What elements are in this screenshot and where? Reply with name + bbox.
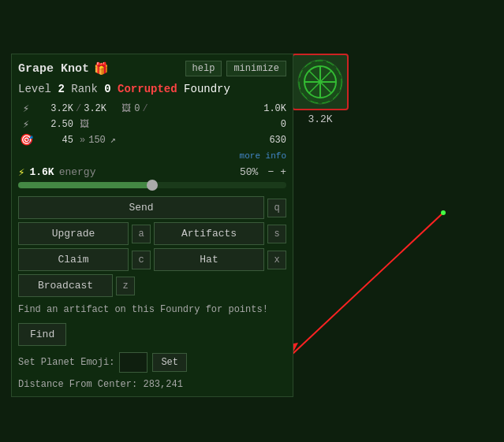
stat-row-1: ⚡ 3.2K / 3.2K 🖼 0 / 1.0K	[18, 102, 286, 115]
emoji-row: Set Planet Emoji: Set	[18, 352, 286, 373]
planet-svg	[297, 58, 344, 106]
level-rank-line: Level 2 Rank 0 Corrupted Foundry	[18, 83, 286, 95]
energy-row: ⚡ 1.6K energy 50% − +	[18, 165, 286, 179]
stat2-icon2: 🖼	[80, 118, 89, 130]
find-row: Find	[18, 323, 286, 346]
broadcast-row: Broadcast z	[18, 274, 286, 297]
artifacts-key: s	[267, 225, 286, 243]
bolt-icon-2: ⚡	[18, 117, 34, 131]
minimize-button[interactable]: minimize	[226, 61, 286, 76]
stat1-right-val: 0	[134, 103, 140, 114]
stat3-val: 45	[34, 135, 73, 146]
shield-icon: 🎯	[18, 133, 34, 147]
emoji-input[interactable]	[119, 352, 147, 373]
stat1-sep: /	[76, 103, 81, 114]
energy-plus-button[interactable]: +	[280, 166, 286, 178]
planet-label: 3.2K	[308, 113, 332, 125]
title-text: Grape Knot	[18, 62, 89, 76]
more-info-link[interactable]: more info	[18, 151, 286, 161]
stat1-right-sep: /	[142, 103, 147, 114]
corrupted-text: Corrupted	[111, 83, 177, 95]
rank-label: Rank	[65, 83, 104, 95]
panel-header: Grape Knot 🎁 help minimize	[18, 61, 286, 76]
energy-percent: 50%	[240, 166, 258, 178]
planet-container: 3.2K	[292, 54, 349, 125]
level-number: 2	[58, 83, 64, 95]
main-panel: Grape Knot 🎁 help minimize Level 2 Rank …	[11, 54, 293, 397]
stat3-arrow-icon: ↗	[110, 134, 116, 146]
stat1-val: 3.2K	[34, 103, 73, 114]
broadcast-button[interactable]: Broadcast	[18, 274, 113, 297]
stat3-mid: 150	[88, 135, 106, 146]
planet-icon[interactable]	[292, 54, 349, 110]
broadcast-key: z	[116, 277, 135, 295]
stat-row-3: 🎯 45 » 150 ↗ 630	[18, 133, 286, 147]
stat3-arrows: »	[80, 135, 85, 146]
level-label: Level	[18, 83, 58, 95]
stat1-right-max: 1.0K	[263, 103, 286, 114]
upgrade-key: a	[132, 225, 151, 243]
stat-row-2: ⚡ 2.50 🖼 0	[18, 117, 286, 131]
artifacts-button[interactable]: Artifacts	[154, 222, 264, 245]
panel-buttons: help minimize	[185, 61, 286, 76]
stat3-right: 630	[263, 135, 286, 146]
claim-key: c	[132, 251, 151, 269]
gift-icon: 🎁	[94, 61, 109, 76]
slider-thumb	[147, 180, 158, 191]
help-button[interactable]: help	[185, 61, 222, 76]
distance-text: Distance From Center: 283,241	[18, 379, 286, 390]
claim-hat-row: Claim c Hat x	[18, 248, 286, 271]
stat1-max: 3.2K	[84, 103, 115, 114]
bolt-icon-1: ⚡	[18, 102, 34, 115]
hat-key: x	[267, 251, 286, 269]
hat-button[interactable]: Hat	[154, 248, 264, 271]
foundry-text: Foundry	[177, 83, 230, 95]
stat2-val: 2.50	[34, 119, 73, 130]
set-button[interactable]: Set	[152, 353, 187, 372]
energy-value: 1.6K	[29, 166, 54, 178]
send-key: q	[267, 199, 286, 217]
energy-label: energy	[59, 166, 96, 178]
claim-button[interactable]: Claim	[18, 248, 129, 271]
energy-minus-button[interactable]: −	[267, 166, 274, 178]
stat2-right: 0	[263, 119, 286, 130]
energy-icon: ⚡	[18, 165, 24, 179]
find-button[interactable]: Find	[18, 323, 66, 346]
emoji-label: Set Planet Emoji:	[18, 357, 114, 368]
panel-title: Grape Knot 🎁	[18, 61, 109, 76]
rank-number: 0	[104, 83, 110, 95]
send-row: Send q	[18, 196, 286, 219]
send-button[interactable]: Send	[18, 196, 264, 219]
info-text: Find an artifact on this Foundry for poi…	[18, 303, 286, 317]
stat1-icon2: 🖼	[121, 102, 131, 114]
upgrade-button[interactable]: Upgrade	[18, 222, 129, 245]
energy-slider-container	[18, 182, 286, 188]
upgrade-artifacts-row: Upgrade a Artifacts s	[18, 222, 286, 245]
energy-slider[interactable]	[18, 182, 286, 188]
stats-section: ⚡ 3.2K / 3.2K 🖼 0 / 1.0K ⚡ 2.50 🖼 0 🎯 45…	[18, 102, 286, 147]
